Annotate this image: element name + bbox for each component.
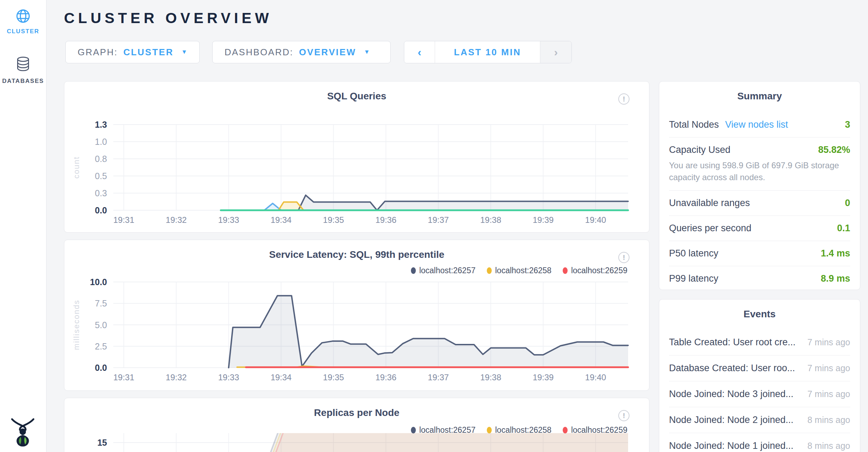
dashboard-dropdown[interactable]: DASHBOARD: OVERVIEW ▼ [212, 41, 391, 63]
event-text: Node Joined: Node 3 joined... [669, 389, 794, 400]
events-list: Table Created: User root cre... 7 mins a… [669, 330, 850, 452]
service-latency-chart-card: 19:3119:3219:3319:3419:3519:3619:3719:38… [64, 240, 649, 391]
summary-label: Capacity Used [669, 144, 731, 155]
info-icon[interactable]: ! [618, 93, 629, 105]
svg-text:19:36: 19:36 [375, 215, 396, 225]
svg-text:19:34: 19:34 [271, 215, 292, 225]
svg-text:0.0: 0.0 [95, 205, 107, 215]
svg-text:19:40: 19:40 [585, 215, 606, 225]
svg-text:0.0: 0.0 [95, 363, 107, 373]
info-icon[interactable]: ! [618, 410, 629, 421]
chevron-down-icon: ▼ [181, 49, 187, 56]
svg-text:0.3: 0.3 [95, 188, 107, 198]
summary-label: Queries per second [669, 223, 752, 234]
page-title: CLUSTER OVERVIEW [64, 10, 272, 27]
events-title: Events [659, 309, 860, 320]
replicas-per-node-chart-card: 19:3119:3219:3319:3419:3519:3619:3719:38… [64, 398, 649, 452]
svg-text:7.5: 7.5 [95, 298, 107, 308]
summary-value: 0 [845, 198, 850, 209]
legend-label: localhost:26257 [419, 425, 476, 435]
event-time: 8 mins ago [807, 441, 850, 451]
summary-row-p99: P99 latency 8.9 ms [669, 266, 850, 291]
summary-rows: Total Nodes View nodes list 3 Capacity U… [669, 112, 850, 291]
legend-item[interactable]: localhost:26259 [563, 266, 627, 275]
svg-text:19:39: 19:39 [533, 215, 554, 225]
svg-text:19:38: 19:38 [480, 373, 501, 382]
dashboard-dropdown-value: OVERVIEW [299, 47, 356, 58]
time-range-next-button[interactable]: › [540, 41, 571, 63]
chart-legend: localhost:26257localhost:26258localhost:… [411, 266, 627, 275]
summary-row-capacity: Capacity Used 85.82% You are using 598.9… [669, 137, 850, 191]
svg-text:15: 15 [97, 438, 107, 447]
svg-text:0.5: 0.5 [95, 171, 107, 181]
view-nodes-list-link[interactable]: View nodes list [725, 119, 788, 130]
summary-label: Total Nodes [669, 119, 719, 130]
svg-text:milliseconds: milliseconds [72, 300, 81, 350]
legend-dot-icon [563, 267, 568, 274]
legend-dot-icon [411, 427, 416, 433]
event-row: Node Joined: Node 2 joined... 8 mins ago [669, 407, 850, 433]
summary-value: 3 [845, 119, 850, 130]
sql-queries-chart-card: 19:3119:3219:3319:3419:3519:3619:3719:38… [64, 81, 649, 233]
svg-text:19:38: 19:38 [480, 215, 501, 225]
graph-dropdown-label: GRAPH: [78, 47, 118, 58]
time-range-prev-button[interactable]: ‹ [404, 41, 435, 63]
graph-dropdown-value: CLUSTER [123, 47, 174, 58]
svg-text:1.3: 1.3 [95, 120, 107, 129]
svg-text:19:36: 19:36 [375, 373, 396, 382]
time-range-value[interactable]: LAST 10 MIN [435, 41, 540, 63]
summary-panel: Summary Total Nodes View nodes list 3 Ca… [659, 81, 860, 290]
sidebar-item-databases[interactable]: DATABASES [0, 56, 46, 85]
legend-label: localhost:26258 [495, 425, 552, 435]
summary-row-unavailable-ranges: Unavailable ranges 0 [669, 191, 850, 216]
info-icon[interactable]: ! [618, 252, 629, 263]
svg-text:5.0: 5.0 [95, 320, 107, 330]
svg-text:19:37: 19:37 [428, 373, 449, 382]
svg-text:2.5: 2.5 [95, 341, 107, 351]
graph-dropdown[interactable]: GRAPH: CLUSTER ▼ [65, 41, 200, 63]
svg-text:19:34: 19:34 [271, 373, 292, 382]
legend-label: localhost:26258 [495, 266, 552, 275]
time-range-selector: ‹ LAST 10 MIN › [404, 41, 572, 63]
event-time: 7 mins ago [807, 363, 850, 373]
chart-title: Service Latency: SQL, 99th percentile [64, 249, 649, 260]
sidebar-item-cluster[interactable]: CLUSTER [0, 8, 46, 35]
summary-row-qps: Queries per second 0.1 [669, 216, 850, 241]
svg-text:0.8: 0.8 [95, 154, 107, 164]
dashboard-dropdown-label: DASHBOARD: [225, 47, 293, 58]
events-panel: Events Table Created: User root cre... 7… [659, 299, 860, 452]
summary-label: P50 latency [669, 248, 718, 259]
summary-value: 85.82% [818, 144, 850, 155]
sidebar-item-label: CLUSTER [0, 28, 46, 35]
svg-text:19:31: 19:31 [113, 373, 134, 382]
legend-item[interactable]: localhost:26257 [411, 425, 476, 435]
svg-text:19:31: 19:31 [113, 215, 134, 225]
globe-icon [15, 8, 31, 24]
summary-row-total-nodes: Total Nodes View nodes list 3 [669, 112, 850, 137]
database-icon [15, 56, 31, 73]
legend-dot-icon [487, 427, 492, 433]
legend-dot-icon [563, 427, 568, 433]
event-row: Node Joined: Node 3 joined... 7 mins ago [669, 381, 850, 407]
sidebar: CLUSTER DATABASES [0, 0, 47, 452]
legend-item[interactable]: localhost:26258 [487, 266, 552, 275]
svg-text:19:40: 19:40 [585, 373, 606, 382]
svg-text:19:35: 19:35 [323, 373, 344, 382]
legend-item[interactable]: localhost:26258 [487, 425, 552, 435]
cockroachdb-logo [10, 418, 36, 449]
summary-value: 8.9 ms [821, 273, 850, 284]
event-time: 7 mins ago [807, 389, 850, 399]
svg-text:19:37: 19:37 [428, 215, 449, 225]
chevron-down-icon: ▼ [364, 49, 370, 56]
svg-text:19:32: 19:32 [166, 215, 187, 225]
svg-text:19:33: 19:33 [218, 373, 239, 382]
summary-value: 1.4 ms [821, 248, 850, 259]
summary-title: Summary [659, 91, 860, 102]
legend-dot-icon [487, 267, 492, 274]
summary-value: 0.1 [837, 223, 850, 234]
legend-item[interactable]: localhost:26259 [563, 425, 627, 435]
event-time: 8 mins ago [807, 415, 850, 425]
sidebar-item-label: DATABASES [0, 78, 46, 85]
event-row: Table Created: User root cre... 7 mins a… [669, 330, 850, 355]
legend-item[interactable]: localhost:26257 [411, 266, 476, 275]
